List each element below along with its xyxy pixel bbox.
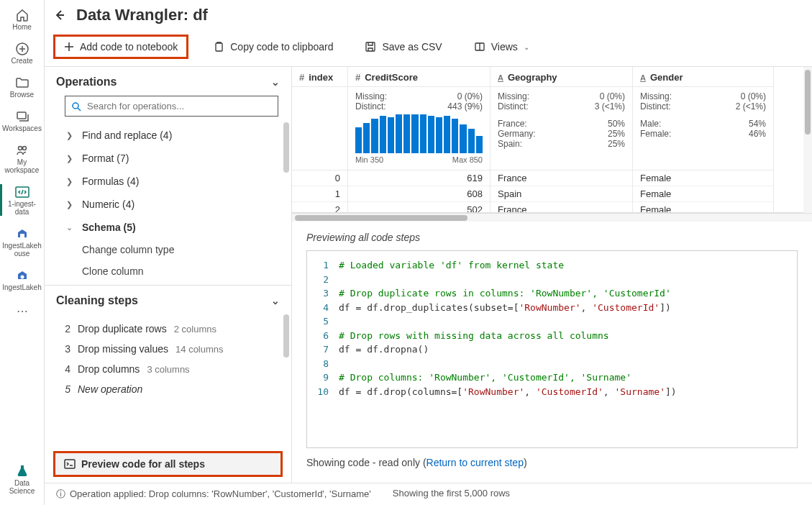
- sidebar-item-home[interactable]: Home: [0, 3, 44, 35]
- code-heading: Previewing all code steps: [306, 232, 798, 243]
- chevron-right-icon: ❯: [65, 131, 73, 140]
- preview-all-label: Preview code for all steps: [81, 458, 205, 470]
- views-dropdown[interactable]: Views ⌄: [467, 37, 537, 57]
- op-group-numeric[interactable]: ❯Numeric (4): [45, 193, 291, 216]
- clipboard-icon: [213, 41, 224, 53]
- svg-rect-5: [20, 234, 24, 237]
- app-sidebar: Home Create Browse Workspaces My workspa…: [0, 0, 45, 505]
- code-status: Showing code - read only (Return to curr…: [306, 448, 798, 483]
- steps-header[interactable]: Cleaning steps ⌄: [45, 286, 291, 314]
- svg-point-3: [22, 147, 26, 150]
- cell[interactable]: Female: [633, 170, 773, 186]
- operations-search[interactable]: [65, 96, 278, 117]
- op-group-label: Schema (5): [82, 222, 136, 233]
- sidebar-item-label: Home: [12, 23, 32, 31]
- code-icon: [64, 459, 76, 469]
- op-group-format[interactable]: ❯Format (7): [45, 147, 291, 170]
- chevron-down-icon: ⌄: [271, 76, 280, 88]
- people-icon: [15, 142, 29, 158]
- sidebar-item-label: Browse: [10, 91, 34, 99]
- sidebar-item-ingest-lakeh[interactable]: IngestLakeh: [0, 263, 44, 296]
- svg-point-10: [73, 103, 78, 109]
- op-group-label: Format (7): [82, 153, 129, 164]
- chevron-down-icon: ⌄: [524, 43, 529, 51]
- cell[interactable]: 502: [348, 202, 490, 212]
- status-rows: Showing the first 5,000 rows: [393, 488, 510, 501]
- search-icon: [71, 101, 81, 112]
- cell[interactable]: Spain: [491, 186, 632, 202]
- sidebar-more[interactable]: ⋯: [17, 297, 28, 325]
- cell[interactable]: 608: [348, 186, 490, 202]
- cell[interactable]: Female: [633, 202, 773, 212]
- op-group-label: Formulas (4): [82, 176, 139, 187]
- grid-h-scrollbar[interactable]: [292, 213, 812, 222]
- op-group-label: Numeric (4): [82, 199, 134, 210]
- sidebar-item-label: IngestLakehouse: [1, 242, 42, 258]
- cell[interactable]: 1: [292, 186, 347, 202]
- sidebar-item-label: Create: [11, 57, 32, 65]
- operations-header[interactable]: Operations ⌄: [45, 67, 291, 96]
- step-row[interactable]: 3Drop missing values14 columns: [45, 339, 291, 359]
- op-change-column-type[interactable]: Change column type: [45, 239, 291, 260]
- cell[interactable]: France: [491, 170, 632, 186]
- folder-icon: [15, 75, 29, 91]
- sidebar-item-create[interactable]: Create: [0, 37, 44, 69]
- copy-code-button[interactable]: Copy code to clipboard: [206, 37, 340, 57]
- step-row[interactable]: 2Drop duplicate rows2 columns: [45, 319, 291, 339]
- col-head-gender[interactable]: AGender: [633, 67, 773, 87]
- col-head-geography[interactable]: AGeography: [491, 67, 632, 87]
- sidebar-item-label: 1-ingest-data: [1, 200, 42, 216]
- cell[interactable]: 619: [348, 170, 490, 186]
- cell[interactable]: 0: [292, 170, 347, 186]
- sidebar-item-data-science[interactable]: Data Science: [0, 459, 44, 499]
- op-group-find-replace[interactable]: ❯Find and replace (4): [45, 124, 291, 147]
- chevron-down-icon: ⌄: [271, 295, 280, 306]
- cell[interactable]: 2: [292, 202, 347, 212]
- col-head-index[interactable]: #index: [292, 67, 347, 87]
- return-link[interactable]: Return to current step: [426, 457, 524, 468]
- svg-point-2: [18, 147, 22, 150]
- sidebar-item-label: Data Science: [1, 479, 42, 495]
- sidebar-item-workspaces[interactable]: Workspaces: [0, 104, 44, 137]
- save-icon: [365, 41, 376, 53]
- sidebar-item-label: Workspaces: [2, 124, 42, 132]
- steps-scrollbar[interactable]: [283, 314, 289, 358]
- svg-rect-7: [216, 43, 222, 51]
- add-code-button[interactable]: Add code to notebook: [53, 35, 188, 59]
- cell[interactable]: Female: [633, 186, 773, 202]
- col-head-creditscore[interactable]: #CreditScore: [348, 67, 490, 87]
- toolbar: Add code to notebook Copy code to clipbo…: [45, 32, 812, 67]
- sidebar-item-ingest-lakehouse[interactable]: IngestLakehouse: [0, 222, 44, 262]
- back-button[interactable]: [53, 9, 66, 22]
- statusbar: ⓘOperation applied: Drop columns: 'RowNu…: [45, 483, 812, 505]
- chevron-down-icon: ⌄: [65, 223, 73, 232]
- step-row[interactable]: 4Drop columns3 columns: [45, 359, 291, 379]
- preview-all-steps-button[interactable]: Preview code for all steps: [53, 451, 283, 477]
- topbar: Data Wrangler: df: [45, 0, 812, 32]
- save-csv-button[interactable]: Save as CSV: [357, 37, 449, 57]
- plus-circle-icon: [15, 41, 29, 57]
- plus-icon: [64, 42, 74, 52]
- svg-rect-1: [17, 112, 26, 119]
- data-grid: #index 0 1 2 #CreditScore: [292, 67, 803, 212]
- steps-title: Cleaning steps: [56, 294, 138, 307]
- op-clone-column[interactable]: Clone column: [45, 260, 291, 282]
- op-group-label: Find and replace (4): [82, 129, 172, 141]
- copy-code-label: Copy code to clipboard: [230, 41, 333, 53]
- type-icon: #: [299, 72, 304, 83]
- search-input[interactable]: [87, 101, 272, 112]
- ops-scrollbar[interactable]: [283, 122, 289, 173]
- sidebar-item-browse[interactable]: Browse: [0, 70, 44, 103]
- sidebar-item-ingest-data[interactable]: 1-ingest-data: [0, 180, 44, 220]
- home-icon: [15, 7, 29, 23]
- step-row-new[interactable]: 5New operation: [45, 379, 291, 399]
- op-group-schema[interactable]: ⌄Schema (5): [45, 216, 291, 239]
- sidebar-item-label: IngestLakeh: [2, 283, 42, 291]
- op-group-formulas[interactable]: ❯Formulas (4): [45, 170, 291, 193]
- sidebar-item-my-workspace[interactable]: My workspace: [0, 138, 44, 178]
- type-icon: A: [498, 73, 503, 82]
- operations-title: Operations: [56, 76, 117, 88]
- cell[interactable]: France: [491, 202, 632, 212]
- grid-v-scrollbar[interactable]: [803, 67, 812, 213]
- chevron-right-icon: ❯: [65, 200, 73, 209]
